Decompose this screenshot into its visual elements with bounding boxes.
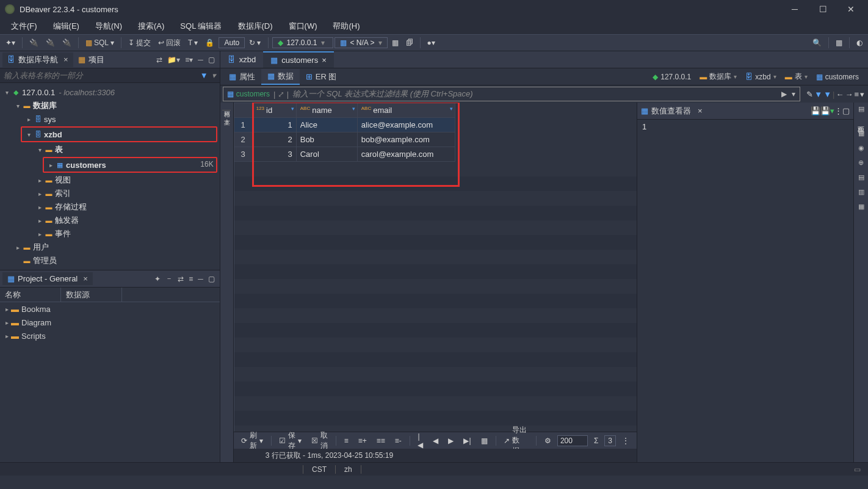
- nav-back-icon[interactable]: ←: [836, 90, 844, 99]
- add-row-icon[interactable]: ≡+: [355, 435, 371, 446]
- maximize-button[interactable]: ☐: [814, 4, 831, 14]
- tree-databases[interactable]: ▾▬ 数据库: [0, 99, 220, 112]
- tree-xzbd[interactable]: ▾🗄 xzbd: [22, 128, 216, 141]
- minimize-button[interactable]: ─: [786, 4, 803, 14]
- col-email[interactable]: ABCemail▾: [357, 103, 455, 118]
- tree-admin[interactable]: ▬ 管理员: [0, 254, 220, 267]
- crumb-tables[interactable]: ▬表▾: [782, 71, 811, 82]
- subtab-properties[interactable]: ▦属性: [223, 70, 261, 84]
- editor-tab-xzbd[interactable]: 🗄xzbd: [220, 51, 263, 68]
- menu-database[interactable]: 数据库(D): [231, 19, 280, 34]
- lock-icon[interactable]: 🔒: [202, 37, 217, 48]
- table-row[interactable]: 3 3 Carol carol@example.com: [234, 147, 455, 162]
- tree-connection[interactable]: ▾◆ 127.0.0.1 - localhost:3306: [0, 85, 220, 99]
- link-icon[interactable]: ⇄: [175, 273, 186, 284]
- apply-filter-button[interactable]: ▶: [779, 90, 789, 98]
- save-value2-icon[interactable]: 💾▾: [820, 106, 834, 115]
- subtab-er[interactable]: ⊞ER 图: [300, 70, 343, 84]
- menu-navigate[interactable]: 导航(N): [88, 19, 129, 34]
- schema-combo[interactable]: ▦ < N/A > ▾: [335, 37, 388, 48]
- grid-filter-icon[interactable]: ▼: [814, 90, 822, 99]
- maximize-icon[interactable]: ▢: [206, 273, 217, 284]
- crumb-table[interactable]: ▦customers: [813, 72, 862, 82]
- minimize-icon[interactable]: ─: [195, 54, 206, 65]
- filter-history-button[interactable]: ▾: [790, 90, 797, 98]
- subtab-data[interactable]: ▦数据: [261, 69, 300, 85]
- new-connection-button[interactable]: ✦▾: [2, 37, 18, 48]
- close-icon[interactable]: ×: [322, 56, 327, 65]
- vtool-2[interactable]: ◉: [856, 144, 867, 155]
- disconnect-button[interactable]: 🔌: [43, 37, 58, 48]
- nav-settings-icon[interactable]: ≡▾: [183, 54, 195, 65]
- tab-value-viewer[interactable]: ▦数值查看器×: [641, 106, 811, 117]
- crumb-databases[interactable]: ▬数据库▾: [696, 71, 740, 82]
- tool-icon[interactable]: ▦: [389, 37, 402, 48]
- nav-filter-input[interactable]: 输入表格名称的一部分 ▼ ▾: [0, 68, 220, 83]
- value-viewer-content[interactable]: 1: [637, 120, 853, 462]
- maximize-icon[interactable]: ▢: [842, 106, 850, 115]
- vtool-6[interactable]: ▦: [856, 203, 867, 214]
- nav-connect-icon[interactable]: ⇄: [154, 54, 165, 65]
- vtool-4[interactable]: ▤: [856, 173, 867, 184]
- menu-sqleditor[interactable]: SQL 编辑器: [173, 19, 229, 34]
- menu-edit[interactable]: 编辑(E): [46, 19, 87, 34]
- tree-customers[interactable]: ▸▦ customers: [44, 158, 216, 172]
- close-icon[interactable]: ×: [698, 106, 703, 115]
- dup-row-icon[interactable]: ≡≡: [373, 435, 389, 446]
- status-tray-icon[interactable]: ▭: [854, 465, 861, 474]
- search-button[interactable]: 🔍: [809, 37, 825, 48]
- last-page-icon[interactable]: ▶|: [460, 435, 474, 446]
- grid-filter2-icon[interactable]: ▼: [823, 90, 831, 99]
- reconnect-button[interactable]: 🔌: [59, 37, 74, 48]
- avatar-icon[interactable]: ◐: [853, 37, 866, 48]
- prev-page-icon[interactable]: ◀: [429, 435, 442, 446]
- save-value-icon[interactable]: 💾: [811, 106, 820, 115]
- first-page-icon[interactable]: |◀: [414, 431, 427, 451]
- crumb-connection[interactable]: ◆127.0.0.1: [649, 72, 694, 82]
- close-button[interactable]: ✕: [842, 4, 859, 14]
- col-name[interactable]: ABCname▾: [296, 103, 357, 118]
- nav-fwd-icon[interactable]: →: [845, 90, 853, 99]
- table-row[interactable]: 2 2 Bob bob@example.com: [234, 132, 455, 147]
- nav-menu2-icon[interactable]: ▾: [860, 90, 864, 99]
- tree-tables[interactable]: ▾▬ 表: [0, 143, 220, 156]
- menu-search[interactable]: 搜索(A): [131, 19, 172, 34]
- menu-window[interactable]: 窗口(W): [281, 19, 325, 34]
- page-size-input[interactable]: [557, 435, 588, 446]
- tree-views[interactable]: ▸▬ 视图: [0, 173, 200, 187]
- crumb-schema[interactable]: 🗄xzbd▾: [742, 72, 779, 82]
- tree-users[interactable]: ▸▬ 用户: [0, 241, 220, 254]
- connection-combo[interactable]: ◆ 127.0.0.1 ▾: [272, 37, 333, 48]
- row-header-corner[interactable]: [234, 103, 252, 118]
- nav-menu-icon[interactable]: ≡: [854, 90, 859, 99]
- tree-sys[interactable]: ▸🗄 sys: [0, 112, 220, 126]
- nav-folder-icon[interactable]: 📁▾: [165, 54, 183, 65]
- tree-indexes[interactable]: ▸▬ 索引: [0, 187, 220, 200]
- commit-button[interactable]: ↧ 提交: [125, 37, 154, 49]
- table-row[interactable]: 1 1 Alice alice@example.com: [234, 118, 455, 132]
- project-item[interactable]: ▸▬ Bookma: [0, 302, 220, 316]
- connect-button[interactable]: 🔌: [26, 37, 42, 48]
- filter-icon[interactable]: ▼: [200, 71, 208, 80]
- gear-icon[interactable]: ⚙: [541, 435, 555, 446]
- sql-table-label[interactable]: ▦customers: [223, 90, 273, 98]
- sql-editor-button[interactable]: ▦ SQL ▾: [82, 37, 117, 48]
- tab-db-navigator[interactable]: 🗄数据库导航×: [2, 53, 73, 67]
- tool-icon-3[interactable]: ●▾: [424, 37, 438, 48]
- tab-project-general[interactable]: ▦Project - General×: [2, 272, 93, 285]
- rollback-button[interactable]: ↩ 回滚: [155, 37, 184, 49]
- more-icon[interactable]: ⋮: [834, 106, 842, 115]
- menu-help[interactable]: 帮助(H): [325, 19, 367, 34]
- grid-refresh-icon[interactable]: ✎: [806, 90, 813, 99]
- col-id[interactable]: 123id▾: [252, 103, 296, 118]
- col-name[interactable]: 名称: [0, 288, 61, 302]
- next-page-icon[interactable]: ▶: [444, 435, 457, 446]
- remove-icon[interactable]: －: [163, 272, 175, 285]
- col-datasource[interactable]: 数据源: [61, 288, 122, 302]
- minimize-icon[interactable]: ─: [195, 273, 206, 284]
- vtool-5[interactable]: ▥: [856, 188, 867, 199]
- close-icon[interactable]: ×: [63, 55, 68, 64]
- page-settings-icon[interactable]: ▦: [477, 435, 491, 446]
- autocommit-combo[interactable]: Auto: [219, 37, 245, 48]
- menu-file[interactable]: 文件(F): [4, 19, 45, 34]
